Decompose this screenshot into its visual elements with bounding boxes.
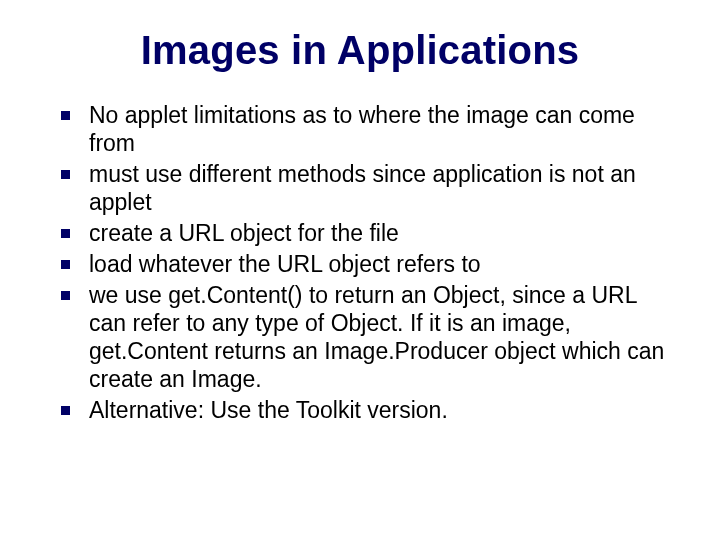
list-item: load whatever the URL object refers to <box>61 250 675 278</box>
bullet-list: No applet limitations as to where the im… <box>45 101 675 425</box>
slide: Images in Applications No applet limitat… <box>0 0 720 540</box>
slide-title: Images in Applications <box>45 28 675 73</box>
list-item: Alternative: Use the Toolkit version. <box>61 396 675 424</box>
list-item: we use get.Content() to return an Object… <box>61 281 675 393</box>
list-item: create a URL object for the file <box>61 219 675 247</box>
list-item: No applet limitations as to where the im… <box>61 101 675 157</box>
list-item: must use different methods since applica… <box>61 160 675 216</box>
